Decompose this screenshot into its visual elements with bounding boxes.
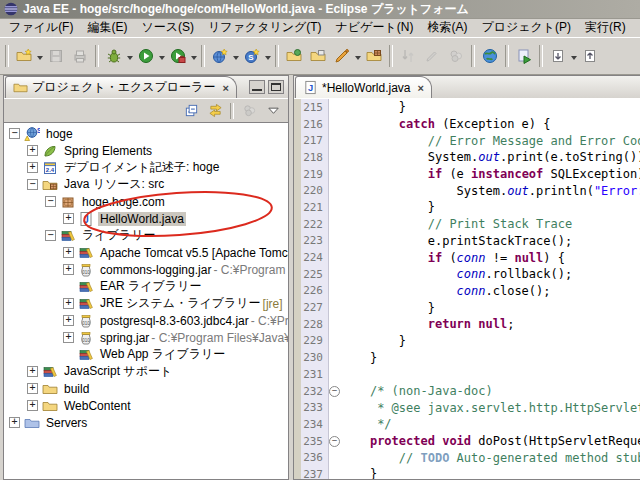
tree-item-spring-jar[interactable]: +010spring.jar - C:¥Program Files¥Java¥l…	[4, 329, 288, 346]
tree-item-javascript[interactable]: +JavaScript サポート	[4, 363, 288, 380]
tree-item-hoge[interactable]: −Shoge	[4, 125, 288, 142]
collapse-fold-icon[interactable]: −	[329, 386, 340, 397]
menu-project[interactable]: プロジェクト(P)	[474, 18, 578, 38]
expand-icon[interactable]: +	[63, 264, 74, 275]
expand-icon[interactable]: +	[27, 383, 38, 394]
expand-icon[interactable]: +	[63, 332, 74, 343]
tree-item-helloworld-java[interactable]: +JHelloWorld.java	[4, 210, 288, 227]
prev-annotation-button[interactable]	[578, 44, 602, 68]
tab-helloworld-java[interactable]: J *HelloWorld.java ×	[295, 76, 432, 98]
collapse-fold-icon[interactable]: −	[329, 436, 340, 447]
tree-item-java-src[interactable]: −Java リソース: src	[4, 176, 288, 193]
collapse-icon[interactable]: −	[27, 179, 38, 190]
web-service-button[interactable]: S	[240, 44, 264, 68]
link-with-editor-button[interactable]	[204, 100, 226, 121]
tree-item-commons-logging-jar[interactable]: +010commons-logging.jar - C:¥Program Fil…	[4, 261, 288, 278]
menu-source[interactable]: ソース(S)	[134, 18, 201, 38]
expand-icon[interactable]: +	[27, 162, 38, 173]
tree-item-label: Spring Elements	[62, 144, 154, 158]
deploy-folder-button[interactable]	[362, 44, 386, 68]
tree-item-spring-elements[interactable]: +Spring Elements	[4, 142, 288, 159]
new-wizard-dropdown-icon[interactable]	[37, 56, 43, 63]
tab-project-explorer[interactable]: プロジェクト・エクスプローラー ×	[5, 76, 237, 98]
menu-search[interactable]: 検索(A)	[420, 18, 474, 38]
close-icon[interactable]: ×	[222, 82, 228, 94]
web-browser-icon	[482, 48, 498, 64]
tree-item-hoge[interactable]: +2.4デプロイメント記述子: hoge	[4, 159, 288, 176]
collapse-icon[interactable]: −	[45, 196, 56, 207]
debug-button[interactable]	[102, 44, 126, 68]
view-menu-button[interactable]	[262, 100, 284, 121]
run-on-server-button[interactable]	[512, 44, 536, 68]
collapse-icon[interactable]: −	[45, 230, 56, 241]
expand-icon[interactable]: +	[27, 145, 38, 156]
menu-navigate[interactable]: ナビゲート(N)	[329, 18, 421, 38]
next-annotation-icon	[550, 48, 566, 64]
menu-refactor[interactable]: リファクタリング(T)	[201, 18, 329, 38]
brush-button	[420, 44, 444, 68]
project-tree: −Shoge+Spring Elements+2.4デプロイメント記述子: ho…	[4, 123, 288, 479]
menu-file[interactable]: ファイル(F)	[2, 18, 80, 38]
tree-item-hoge-hoge-com[interactable]: −hoge.hoge.com	[4, 193, 288, 210]
collapse-icon[interactable]: −	[9, 128, 20, 139]
run-button[interactable]	[134, 44, 158, 68]
code-line-218: 218 System.out.print(e.toString());	[294, 149, 640, 166]
close-icon[interactable]: ×	[417, 82, 423, 94]
expand-icon[interactable]: +	[27, 400, 38, 411]
brush-icon	[424, 48, 440, 64]
expand-icon[interactable]: +	[63, 213, 74, 224]
java-package-icon	[60, 194, 76, 210]
menu-edit[interactable]: 編集(E)	[80, 18, 134, 38]
external-tools-button[interactable]	[166, 44, 190, 68]
run-dropdown-icon[interactable]	[159, 56, 165, 63]
tree-item-path-decorator: - C:¥Program Files	[213, 263, 288, 277]
svg-text:010: 010	[82, 337, 90, 342]
tree-item-postgresql-8-3-603-jdbc4-jar[interactable]: +010postgresql-8.3-603.jdbc4.jar - C:¥Pr…	[4, 312, 288, 329]
code-editor[interactable]: 215 }216 catch (Exception e) {217 // Err…	[294, 98, 640, 479]
debug-dropdown-icon[interactable]	[127, 56, 133, 63]
tree-item-apache-tomcat-v5-5-apache-tomcat[interactable]: +Apache Tomcat v5.5 [Apache Tomcat	[4, 244, 288, 261]
new-wizard-button[interactable]	[12, 44, 36, 68]
menu-run[interactable]: 実行(R)	[578, 18, 633, 38]
code-line-227: 227 }	[294, 299, 640, 316]
expand-icon[interactable]: +	[63, 247, 74, 258]
java-src-folder-icon	[42, 177, 58, 193]
svg-text:010: 010	[82, 269, 90, 274]
new-web-project-dropdown-icon[interactable]	[233, 56, 239, 63]
next-annotation-button[interactable]	[546, 44, 570, 68]
tree-item-ear[interactable]: EAR ライブラリー	[4, 278, 288, 295]
line-number: 232	[294, 385, 328, 398]
expand-icon[interactable]: +	[27, 366, 38, 377]
next-annotation-dropdown-icon[interactable]	[571, 56, 577, 63]
code-line-222: 222 // Print Stack Trace	[294, 216, 640, 233]
collapse-all-button[interactable]	[180, 100, 202, 121]
import-war-button[interactable]	[282, 44, 306, 68]
tree-item-web-app[interactable]: Web App ライブラリー	[4, 346, 288, 363]
expand-icon[interactable]: +	[9, 417, 20, 428]
tree-item-label: デプロイメント記述子: hoge	[62, 159, 221, 176]
highlight-dropdown-icon[interactable]	[355, 56, 361, 63]
web-browser-button[interactable]	[478, 44, 502, 68]
highlight-button[interactable]	[330, 44, 354, 68]
tree-item-webcontent[interactable]: +WebContent	[4, 397, 288, 414]
project-explorer-panel: プロジェクト・エクスプローラー × −Shoge+Spring Elements…	[3, 75, 289, 480]
minimize-view-button[interactable]	[249, 80, 265, 94]
web-service-dropdown-icon[interactable]	[265, 56, 271, 63]
spring-project-icon: S	[24, 126, 40, 142]
tree-item-build[interactable]: +build	[4, 380, 288, 397]
menu-bar: ファイル(F)編集(E)ソース(S)リファクタリング(T)ナビゲート(N)検索(…	[0, 18, 640, 38]
tree-item-servers[interactable]: +Servers	[4, 414, 288, 431]
external-tools-dropdown-icon[interactable]	[191, 56, 197, 63]
tree-item-label: EAR ライブラリー	[98, 278, 203, 295]
tree-item-label: commons-logging.jar	[98, 263, 213, 277]
tree-item-jre[interactable]: +JRE システム・ライブラリー [jre]	[4, 295, 288, 312]
menu-window[interactable]: ウィンドウ(W)	[633, 18, 640, 38]
new-web-project-button[interactable]	[208, 44, 232, 68]
expand-icon[interactable]: +	[63, 298, 74, 309]
tree-item-6[interactable]: −ライブラリー	[4, 227, 288, 244]
expand-icon[interactable]: +	[63, 315, 74, 326]
export-war-button[interactable]	[306, 44, 330, 68]
tree-item-label: build	[62, 382, 91, 396]
java-file-icon: J	[303, 80, 318, 95]
maximize-view-button[interactable]	[268, 80, 284, 94]
